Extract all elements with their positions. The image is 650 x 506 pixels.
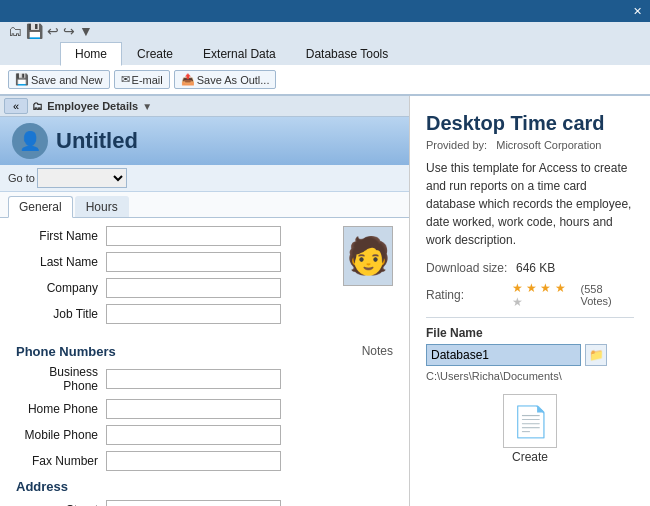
ribbon-tab-external-data[interactable]: External Data <box>188 42 291 65</box>
goto-select[interactable] <box>37 168 127 188</box>
access-logo-icon: 🗂 <box>8 23 22 39</box>
person-icon: 🧑 <box>346 238 391 274</box>
nav-collapse-button[interactable]: « <box>4 98 28 114</box>
nav-pane: « 🗂 Employee Details ▼ <box>0 96 409 117</box>
first-name-row: First Name <box>16 226 327 246</box>
save-outlook-icon: 📤 <box>181 73 195 86</box>
panel-title: Desktop Time card <box>426 112 634 135</box>
download-size-label: Download size: <box>426 261 516 275</box>
goto-container: Go to <box>8 168 127 188</box>
form-title: Untitled <box>56 128 138 154</box>
goto-label: Go to <box>8 172 35 184</box>
file-name-input[interactable] <box>426 344 581 366</box>
star-4[interactable]: ★ <box>555 281 566 295</box>
notes-label: Notes <box>362 344 393 358</box>
file-name-label: File Name <box>426 326 634 340</box>
save-as-outlook-button[interactable]: 📤 Save As Outl... <box>174 70 277 89</box>
form-avatar: 👤 <box>12 123 48 159</box>
fax-number-input[interactable] <box>106 451 281 471</box>
star-2[interactable]: ★ <box>526 281 537 295</box>
file-name-row: 📁 <box>426 344 634 366</box>
email-icon: ✉ <box>121 73 130 86</box>
mobile-phone-row: Mobile Phone <box>16 425 393 445</box>
phone-section-title: Phone Numbers <box>16 344 116 359</box>
business-phone-row: Business Phone <box>16 365 393 393</box>
business-phone-label: Business Phone <box>16 365 106 393</box>
quick-access-dropdown-icon[interactable]: ▼ <box>79 23 93 39</box>
email-button[interactable]: ✉ E-mail <box>114 70 170 89</box>
provided-by-value: Microsoft Corporation <box>496 139 601 151</box>
access-app: « 🗂 Employee Details ▼ 👤 Untitled Go to … <box>0 96 410 506</box>
job-title-label: Job Title <box>16 307 106 321</box>
save-new-icon: 💾 <box>15 73 29 86</box>
ribbon-toolbar: 💾 Save and New ✉ E-mail 📤 Save As Outl..… <box>0 65 650 95</box>
form-toolbar: Go to <box>0 165 409 192</box>
create-file-icon: 📄 <box>512 404 549 439</box>
star-1[interactable]: ★ <box>512 281 523 295</box>
save-quick-icon[interactable]: 💾 <box>26 23 43 39</box>
quick-access-toolbar: 🗂 💾 ↩ ↪ ▼ <box>0 22 650 40</box>
ribbon-tab-database-tools[interactable]: Database Tools <box>291 42 404 65</box>
company-label: Company <box>16 281 106 295</box>
star-5[interactable]: ★ <box>512 295 523 309</box>
ribbon: 🗂 💾 ↩ ↪ ▼ Home Create External Data Data… <box>0 22 650 96</box>
file-path: C:\Users\Richa\Documents\ <box>426 370 634 382</box>
panel-provided: Provided by: Microsoft Corporation <box>426 139 634 151</box>
separator <box>426 317 634 318</box>
star-3[interactable]: ★ <box>540 281 551 295</box>
photo-placeholder: 🧑 <box>343 226 393 286</box>
download-size-value: 646 KB <box>516 261 555 275</box>
job-title-row: Job Title <box>16 304 327 324</box>
job-title-input[interactable] <box>106 304 281 324</box>
mobile-phone-input[interactable] <box>106 425 281 445</box>
save-new-button[interactable]: 💾 Save and New <box>8 70 110 89</box>
form-tab-bar: General Hours <box>0 192 409 218</box>
nav-pane-icon: 🗂 <box>32 100 43 112</box>
form-tab-general[interactable]: General <box>8 196 73 218</box>
panel-description: Use this template for Access to create a… <box>426 159 634 249</box>
last-name-input[interactable] <box>106 252 281 272</box>
company-row: Company <box>16 278 327 298</box>
ribbon-tab-create[interactable]: Create <box>122 42 188 65</box>
nav-pane-title: 🗂 Employee Details ▼ <box>32 100 152 112</box>
download-size-row: Download size: 646 KB <box>426 261 634 275</box>
provided-by-label: Provided by: <box>426 139 487 151</box>
home-phone-row: Home Phone <box>16 399 393 419</box>
rating-row: Rating: ★ ★ ★ ★ ★ (558 Votes) <box>426 281 634 309</box>
first-name-input[interactable] <box>106 226 281 246</box>
rating-label: Rating: <box>426 288 512 302</box>
main-area: « 🗂 Employee Details ▼ 👤 Untitled Go to … <box>0 96 650 506</box>
fax-number-row: Fax Number <box>16 451 393 471</box>
right-panel: Desktop Time card Provided by: Microsoft… <box>410 96 650 506</box>
street-row: Street <box>16 500 393 506</box>
address-section-title: Address <box>16 479 393 494</box>
browse-button[interactable]: 📁 <box>585 344 607 366</box>
last-name-row: Last Name <box>16 252 327 272</box>
business-phone-input[interactable] <box>106 369 281 389</box>
mobile-phone-label: Mobile Phone <box>16 428 106 442</box>
create-area: 📄 Create <box>426 394 634 464</box>
create-label: Create <box>512 450 548 464</box>
ribbon-tab-bar: Home Create External Data Database Tools <box>0 40 650 65</box>
last-name-label: Last Name <box>16 255 106 269</box>
first-name-label: First Name <box>16 229 106 243</box>
nav-expand-icon[interactable]: ▼ <box>142 101 152 112</box>
undo-icon[interactable]: ↩ <box>47 23 59 39</box>
home-phone-input[interactable] <box>106 399 281 419</box>
street-input[interactable] <box>106 500 281 506</box>
fax-number-label: Fax Number <box>16 454 106 468</box>
close-button[interactable]: ✕ <box>628 2 646 20</box>
form-tab-hours[interactable]: Hours <box>75 196 129 217</box>
redo-icon[interactable]: ↪ <box>63 23 75 39</box>
personal-fields: First Name Last Name Company Job Title <box>16 226 327 330</box>
home-phone-label: Home Phone <box>16 402 106 416</box>
stars: ★ ★ ★ ★ ★ <box>512 281 577 309</box>
create-button[interactable]: 📄 <box>503 394 557 448</box>
form-content: First Name Last Name Company Job Title <box>0 218 409 506</box>
form-header: 👤 Untitled <box>0 117 409 165</box>
company-input[interactable] <box>106 278 281 298</box>
title-bar: ✕ <box>0 0 650 22</box>
votes-label: (558 Votes) <box>581 283 634 307</box>
browse-icon: 📁 <box>589 348 604 362</box>
ribbon-tab-home[interactable]: Home <box>60 42 122 66</box>
